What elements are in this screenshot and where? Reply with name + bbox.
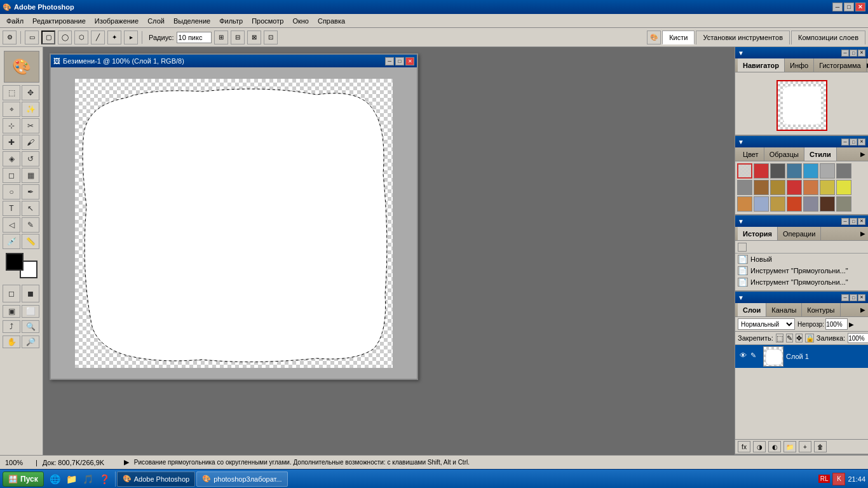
taskbar-photoshop[interactable]: 🎨 Adobe Photoshop — [117, 471, 195, 487]
menu-filter[interactable]: Фильтр — [215, 16, 247, 26]
toolbar-palette-btn[interactable]: 🎨 — [647, 30, 661, 44]
tool-screen-normal[interactable]: ▣ — [3, 305, 20, 318]
layers-maximize-btn[interactable]: □ — [850, 294, 857, 301]
tool-move[interactable]: ✥ — [22, 85, 39, 100]
style-swatch-5[interactable] — [803, 163, 818, 179]
taskbar-media-btn[interactable]: 🎵 — [81, 471, 96, 487]
opacity-input[interactable] — [825, 318, 848, 330]
lock-trans-btn[interactable]: ⬚ — [776, 334, 783, 342]
style-swatch-14[interactable] — [836, 180, 851, 195]
tool-gradient[interactable]: ▦ — [22, 168, 39, 183]
tab-channels[interactable]: Каналы — [766, 303, 802, 316]
tool-stamp[interactable]: ◈ — [3, 151, 20, 166]
style-swatch-15[interactable] — [737, 196, 752, 212]
tab-layer-comps[interactable]: Композиции слоев — [791, 30, 865, 44]
tool-eraser[interactable]: ◻ — [3, 168, 20, 183]
taskbar-lab[interactable]: 🎨 photoshop3лаборат... — [196, 471, 287, 487]
tool-heal[interactable]: ✚ — [3, 135, 20, 150]
doc-minimize-btn[interactable]: ─ — [385, 57, 394, 65]
taskbar-ie-btn[interactable]: 🌐 — [48, 471, 63, 487]
style-swatch-12[interactable] — [803, 180, 818, 195]
tab-paths[interactable]: Контуры — [802, 303, 840, 316]
tab-layers[interactable]: Слои — [738, 303, 766, 316]
style-swatch-10[interactable] — [770, 180, 785, 195]
tool-zoom2[interactable]: 🔎 — [22, 336, 39, 348]
lock-all-btn[interactable]: 🔒 — [805, 334, 814, 342]
tab-actions[interactable]: Операции — [778, 227, 821, 240]
layers-minimize-btn[interactable]: ─ — [841, 294, 849, 301]
styles-maximize-btn[interactable]: □ — [850, 139, 857, 146]
menu-layer[interactable]: Слой — [144, 16, 168, 26]
tool-brush[interactable]: 🖌 — [22, 135, 39, 150]
style-swatch-4[interactable] — [787, 163, 802, 179]
menu-view[interactable]: Просмотр — [248, 16, 287, 26]
blend-mode-select[interactable]: Нормальный — [738, 318, 795, 330]
toolbar-rounded-rect-btn[interactable]: ▢ — [41, 30, 55, 44]
tool-crop[interactable]: ⊹ — [3, 118, 20, 133]
history-item-1[interactable]: 📄 Новый — [735, 254, 868, 265]
tool-dodge[interactable]: ○ — [3, 184, 20, 200]
style-swatch-16[interactable] — [754, 196, 769, 212]
radius-input[interactable] — [177, 32, 212, 43]
nav-close-btn[interactable]: ✕ — [858, 50, 865, 57]
opacity-arrow[interactable]: ▶ — [849, 321, 854, 328]
layer-mask-btn[interactable]: ◑ — [753, 441, 766, 452]
style-swatch-11[interactable] — [787, 180, 802, 195]
tool-history-brush[interactable]: ↺ — [22, 151, 39, 166]
minimize-button[interactable]: ─ — [832, 3, 843, 11]
kaspersky-icon[interactable]: K — [832, 473, 845, 485]
layer-style-btn[interactable]: fx — [738, 441, 750, 452]
close-button[interactable]: ✕ — [855, 3, 865, 11]
tab-swatches[interactable]: Образцы — [764, 147, 804, 161]
tab-history[interactable]: История — [738, 227, 778, 240]
document-canvas[interactable] — [51, 67, 417, 379]
tool-zoom[interactable]: 🔍 — [22, 320, 39, 333]
layer-adjust-btn[interactable]: ◐ — [768, 441, 781, 452]
tool-magic-wand[interactable]: ✨ — [22, 102, 39, 117]
style-swatch-21[interactable] — [836, 196, 851, 212]
tab-histogram[interactable]: Гистограмма — [814, 58, 867, 72]
styles-minimize-btn[interactable]: ─ — [841, 139, 849, 146]
toolbar-snap2-btn[interactable]: ⊟ — [231, 30, 245, 44]
history-item-2[interactable]: 📄 Инструмент "Прямоугольни..." — [735, 265, 868, 276]
toolbar-options-btn[interactable]: ⚙ — [3, 30, 17, 44]
style-swatch-2[interactable] — [754, 163, 769, 179]
tab-navigator[interactable]: Навигатор — [738, 58, 785, 72]
style-swatch-3[interactable] — [770, 163, 785, 179]
history-item-3[interactable]: 📄 Инструмент "Прямоугольни..." — [735, 276, 868, 288]
tool-jump[interactable]: ⤴ — [3, 320, 20, 333]
styles-menu-btn[interactable]: ▶ — [860, 151, 865, 158]
foreground-color[interactable] — [6, 253, 24, 271]
history-minimize-btn[interactable]: ─ — [841, 218, 849, 225]
doc-maximize-btn[interactable]: □ — [395, 57, 404, 65]
nav-maximize-btn[interactable]: □ — [850, 50, 857, 57]
layer-row-1[interactable]: 👁 ✎ Слой 1 — [735, 345, 868, 368]
tab-styles[interactable]: Стили — [804, 147, 837, 161]
fill-input[interactable] — [848, 333, 868, 343]
style-swatch-19[interactable] — [803, 196, 818, 212]
style-swatch-20[interactable] — [820, 196, 835, 212]
history-close-btn[interactable]: ✕ — [858, 218, 865, 225]
styles-close-btn[interactable]: ✕ — [858, 139, 865, 146]
layer-new-btn[interactable]: + — [799, 441, 811, 452]
layer-visibility-btn[interactable]: 👁 — [738, 351, 748, 362]
style-swatch-6[interactable] — [820, 163, 835, 179]
tab-brushes[interactable]: Кисти — [662, 30, 695, 44]
lock-image-btn[interactable]: ✎ — [786, 334, 793, 342]
toolbar-snap3-btn[interactable]: ⊠ — [247, 30, 261, 44]
tool-screen-full[interactable]: ⬜ — [22, 305, 39, 318]
taskbar-help-btn[interactable]: ❓ — [97, 471, 112, 487]
style-swatch-1[interactable] — [737, 163, 752, 179]
tool-shape[interactable]: ◁ — [3, 217, 20, 233]
style-swatch-17[interactable] — [770, 196, 785, 212]
nav-minimize-btn[interactable]: ─ — [841, 50, 849, 57]
menu-file[interactable]: Файл — [3, 16, 27, 26]
status-arrow[interactable]: ▶ — [124, 458, 129, 466]
tool-lasso[interactable]: ⌖ — [3, 102, 20, 117]
lock-pos-btn[interactable]: ✥ — [796, 334, 803, 342]
tool-marquee[interactable]: ⬚ — [3, 85, 20, 100]
toolbar-arrow-btn[interactable]: ▸ — [124, 30, 138, 44]
history-maximize-btn[interactable]: □ — [850, 218, 857, 225]
tool-type[interactable]: T — [3, 201, 20, 216]
tool-pen[interactable]: ✒ — [22, 184, 39, 200]
